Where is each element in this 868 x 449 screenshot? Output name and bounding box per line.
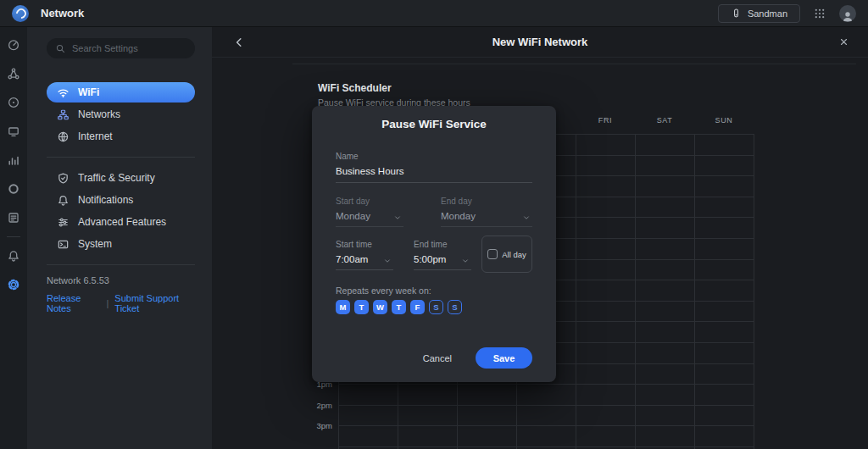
console-icon xyxy=(57,238,70,251)
settings-nav: WiFiNetworksInternetTraffic & SecurityNo… xyxy=(27,82,212,265)
chevron-down-icon[interactable] xyxy=(461,257,470,265)
end-day-underline xyxy=(441,226,532,227)
repeat-day-toggle-5[interactable]: S xyxy=(429,300,443,314)
search-placeholder: Search Settings xyxy=(72,43,138,53)
start-day-label: Start day xyxy=(336,197,370,206)
grid-line xyxy=(754,134,754,449)
app-title: Network xyxy=(41,7,84,19)
end-time-underline xyxy=(414,269,471,270)
modal-actions: Cancel Save xyxy=(423,347,532,369)
gear-icon[interactable] xyxy=(7,278,20,291)
search-icon xyxy=(55,43,66,54)
end-time-select[interactable]: 5:00pm xyxy=(414,254,446,264)
topology-icon[interactable] xyxy=(7,67,20,80)
repeat-day-toggle-3[interactable]: T xyxy=(392,300,406,314)
bell-icon xyxy=(57,194,70,207)
sidebar-divider xyxy=(47,157,195,158)
sidebar-item-internet[interactable]: Internet xyxy=(47,126,195,147)
avatar-icon xyxy=(841,9,854,22)
sidebar-item-networks[interactable]: Networks xyxy=(47,104,195,125)
repeat-day-toggles: MTWTFSS xyxy=(336,300,462,314)
advanced-icon xyxy=(57,216,70,229)
grid-line xyxy=(338,384,754,385)
sidebar-item-label: Traffic & Security xyxy=(78,172,155,184)
repeat-day-toggle-1[interactable]: T xyxy=(354,300,369,314)
card-top-divider xyxy=(292,64,856,64)
link-submit-support-ticket[interactable]: Submit Support Ticket xyxy=(114,293,195,313)
account-avatar[interactable] xyxy=(839,5,856,22)
name-input[interactable]: Business Hours xyxy=(336,166,404,176)
all-day-label: All day xyxy=(502,250,526,259)
statistics-icon[interactable] xyxy=(7,153,20,167)
system-log-icon[interactable] xyxy=(7,211,20,224)
name-underline xyxy=(336,182,532,183)
sidebar-item-label: Networks xyxy=(78,108,120,120)
day-header: SUN xyxy=(694,116,754,125)
all-day-toggle[interactable]: All day xyxy=(481,236,532,273)
hour-label: 2pm xyxy=(292,401,332,410)
sidebar-item-label: Advanced Features xyxy=(78,216,166,228)
cancel-button[interactable]: Cancel xyxy=(423,353,452,363)
unifi-network-app: Network Sandman Search Settings WiFiNetw… xyxy=(0,0,868,449)
footer-links: Release Notes|Submit Support Ticket xyxy=(47,293,195,313)
grid-line xyxy=(338,405,754,406)
page-content: WiFi Scheduler Pause WiFi service during… xyxy=(212,58,868,449)
back-button[interactable] xyxy=(232,36,246,49)
page-title: New WiFi Network xyxy=(212,36,868,48)
topbar: Network Sandman xyxy=(0,0,868,27)
repeat-day-toggle-0[interactable]: M xyxy=(336,300,350,314)
all-day-checkbox[interactable] xyxy=(487,249,498,259)
sidebar-item-advanced-features[interactable]: Advanced Features xyxy=(47,212,195,232)
link-separator: | xyxy=(106,298,108,308)
networks-icon xyxy=(57,108,70,121)
console-button[interactable]: Sandman xyxy=(718,4,800,23)
search-input[interactable]: Search Settings xyxy=(47,38,195,58)
sidebar-item-label: WiFi xyxy=(78,86,99,98)
sidebar-item-label: Internet xyxy=(78,130,113,142)
day-header: SAT xyxy=(635,116,694,125)
clients-icon[interactable] xyxy=(7,125,20,138)
chevron-down-icon[interactable] xyxy=(393,213,402,222)
console-device-icon xyxy=(731,8,742,19)
sidebar-item-label: Notifications xyxy=(78,194,133,206)
insights-icon[interactable] xyxy=(7,182,20,196)
shield-icon xyxy=(57,172,70,185)
repeat-day-toggle-4[interactable]: F xyxy=(410,300,425,314)
sidebar-item-system[interactable]: System xyxy=(47,234,195,254)
scheduler-title: WiFi Scheduler xyxy=(318,82,392,94)
wifi-icon xyxy=(57,86,70,99)
link-release-notes[interactable]: Release Notes xyxy=(47,293,100,313)
close-button[interactable] xyxy=(838,36,849,47)
version-text: Network 6.5.53 xyxy=(47,275,195,285)
modal-title: Pause WiFi Service xyxy=(312,118,556,130)
start-time-underline xyxy=(336,269,393,270)
hour-label: 3pm xyxy=(292,421,332,430)
grid-line xyxy=(635,134,636,449)
page-header: New WiFi Network xyxy=(212,27,868,58)
repeats-label: Repeats every week on: xyxy=(336,285,431,296)
chevron-down-icon[interactable] xyxy=(383,257,392,265)
globe-icon xyxy=(57,130,70,143)
start-day-select[interactable]: Monday xyxy=(336,211,370,221)
repeat-day-toggle-2[interactable]: W xyxy=(373,300,387,314)
start-day-underline xyxy=(336,226,403,227)
app-icon-rail xyxy=(0,27,27,449)
sidebar-item-wifi[interactable]: WiFi xyxy=(47,82,195,103)
unifi-logo[interactable] xyxy=(12,5,29,22)
save-button[interactable]: Save xyxy=(476,347,532,369)
end-day-label: End day xyxy=(441,197,472,206)
dashboard-icon[interactable] xyxy=(7,38,20,52)
sidebar-item-traffic-security[interactable]: Traffic & Security xyxy=(47,168,195,188)
start-time-select[interactable]: 7:00am xyxy=(336,254,368,264)
sidebar-item-label: System xyxy=(78,238,112,250)
sidebar-item-notifications[interactable]: Notifications xyxy=(47,190,195,210)
repeat-day-toggle-6[interactable]: S xyxy=(448,300,462,314)
day-header: FRI xyxy=(576,116,635,125)
devices-icon[interactable] xyxy=(7,96,20,109)
end-day-select[interactable]: Monday xyxy=(441,211,476,221)
chevron-down-icon[interactable] xyxy=(522,213,531,222)
console-label: Sandman xyxy=(748,8,787,19)
sidebar-divider xyxy=(47,264,195,265)
bell-icon[interactable] xyxy=(7,249,20,263)
apps-grid-icon[interactable] xyxy=(814,8,826,19)
